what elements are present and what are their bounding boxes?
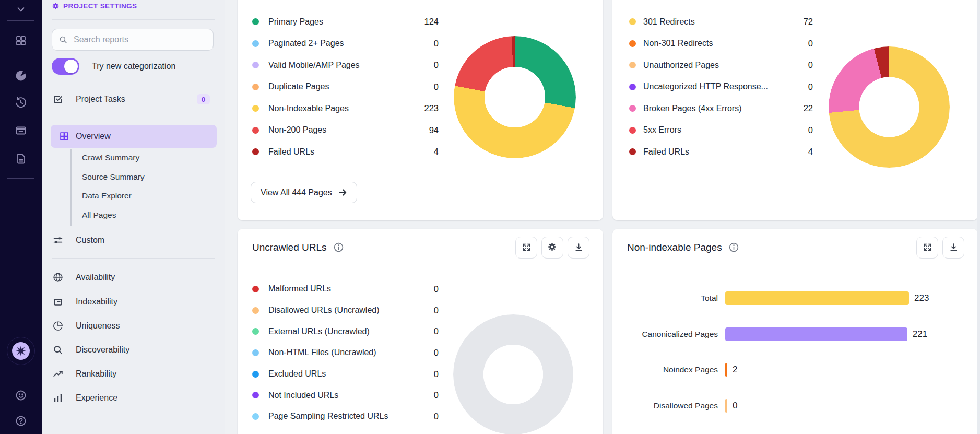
download-button[interactable] [568,237,589,259]
sidebar-subitem-source-summary[interactable]: Source Summary [82,172,145,182]
legend-item[interactable]: Uncategorized HTTP Response...0 [629,76,813,98]
expand-icon [923,242,932,252]
legend-item[interactable]: External URLs (Uncrawled)0 [252,321,439,342]
gauge-icon[interactable] [15,69,27,82]
bar-label: Noindex Pages [625,365,718,374]
legend-item[interactable]: Non-HTML Files (Uncrawled)0 [252,342,439,363]
legend-item[interactable]: Non-301 Redirects0 [629,33,813,55]
sidebar-item-project-tasks[interactable]: Project Tasks 0 [42,89,225,110]
legend-item[interactable]: Primary Pages124 [252,11,439,33]
info-icon[interactable] [728,242,739,253]
bar-value: 221 [913,329,927,339]
legend-item[interactable]: 5xx Errors0 [629,120,813,142]
sidebar-item-indexability[interactable]: Indexability [42,291,225,312]
card-title: Non-indexable Pages [627,242,722,253]
dashboard-grid-icon[interactable] [15,34,27,47]
bar[interactable] [725,399,727,413]
card-header: Uncrawled URLs [238,229,603,266]
legend-value: 4 [434,147,439,157]
sidebar-item-experience[interactable]: Experience [42,388,225,408]
bar-row: Disallowed Pages0 [625,388,965,424]
expand-button[interactable] [515,237,537,259]
sidebar-item-uniqueness[interactable]: Uniqueness [42,315,225,336]
help-icon[interactable] [15,415,27,427]
project-settings-link[interactable]: PROJECT SETTINGS [52,2,137,10]
smiley-icon[interactable] [15,389,27,402]
document-icon[interactable] [15,153,27,165]
legend-item[interactable]: Failed URLs4 [252,141,439,163]
legend-item[interactable]: 301 Redirects72 [629,11,813,33]
legend-label: Failed URLs [643,147,804,157]
magnifier-icon [52,344,64,356]
expand-button[interactable] [916,237,938,259]
scrollbar[interactable] [977,0,980,434]
legend-value: 0 [808,82,813,92]
inbox-icon[interactable] [15,124,27,137]
legend-item[interactable]: Non-200 Pages94 [252,120,439,142]
sidebar-item-discoverability[interactable]: Discoverability [42,339,225,360]
download-icon [949,242,959,252]
donut-chart[interactable] [454,36,576,158]
subitem-guide-line [70,149,72,226]
bar[interactable] [725,363,727,377]
legend-item[interactable]: Malformed URLs0 [252,278,439,300]
legend-dot [252,392,259,398]
bar-value: 2 [733,365,737,375]
legend-item[interactable]: Paginated 2+ Pages0 [252,33,439,55]
search-box [52,29,214,51]
uncrawled-urls-card: Uncrawled URLs Malformed URLs0Disallowed… [238,229,603,434]
legend-dot [629,84,636,90]
legend-label: Page Sampling Restricted URLs [268,412,430,421]
sidebar-item-rankability[interactable]: Rankability [42,363,225,384]
bar[interactable] [725,327,907,341]
new-categorization-toggle[interactable] [52,58,79,75]
legend-item[interactable]: Unauthorized Pages0 [629,54,813,76]
legend: 301 Redirects72Non-301 Redirects0Unautho… [629,11,813,163]
sidebar-subitem-all-pages[interactable]: All Pages [82,210,116,220]
sidebar-item-label: Uniqueness [76,321,120,331]
legend-item[interactable]: Page Sampling Restricted URLs0 [252,406,439,427]
legend-item[interactable]: Failed URLs4 [629,141,813,163]
donut-chart[interactable] [453,314,573,434]
sidebar-item-custom[interactable]: Custom [42,230,225,251]
legend-item[interactable]: Broken Pages (4xx Errors)22 [629,98,813,120]
legend-label: Failed URLs [268,147,430,157]
legend-value: 0 [434,369,439,379]
download-button[interactable] [942,237,964,259]
legend-value: 0 [434,284,439,294]
view-all-label: View All 444 Pages [261,188,332,197]
chevron-down-icon[interactable] [14,3,28,16]
legend-item[interactable]: Not Included URLs0 [252,384,439,406]
bar[interactable] [725,291,909,305]
sidebar-subitem-data-explorer[interactable]: Data Explorer [82,191,132,201]
legend-dot [252,148,259,155]
legend-dot [629,127,636,134]
sidebar-item-availability[interactable]: Availability [42,267,225,288]
legend-label: Primary Pages [268,17,420,27]
bar-row: Total223 [625,280,965,316]
settings-button[interactable] [541,237,563,259]
info-icon[interactable] [333,242,344,253]
donut-chart[interactable] [829,46,950,168]
checkbox-icon [52,93,64,105]
search-input[interactable] [73,34,207,45]
legend-item[interactable]: Valid Mobile/AMP Pages0 [252,54,439,76]
sidebar-item-overview[interactable]: Overview [51,125,217,148]
legend-value: 0 [808,60,813,70]
sidebar-subitem-crawl-summary[interactable]: Crawl Summary [82,153,139,162]
legend-value: 124 [424,17,439,27]
grid-small-icon [58,131,70,142]
legend-item[interactable]: Non-Indexable Pages223 [252,98,439,120]
legend-dot [252,40,259,47]
sidebar-item-label: Custom [76,236,104,245]
legend-item[interactable]: Duplicate Pages0 [252,76,439,98]
legend-label: 5xx Errors [643,125,804,135]
starburst-icon[interactable] [12,342,30,360]
legend-item[interactable]: Excluded URLs0 [252,363,439,385]
view-all-button[interactable]: View All 444 Pages [251,182,357,203]
sidebar-item-label: Discoverability [76,345,129,355]
sliders-icon [52,234,64,246]
history-icon[interactable] [15,96,27,109]
legend-item[interactable]: Disallowed URLs (Uncrawled)0 [252,300,439,321]
legend-dot [629,62,636,68]
